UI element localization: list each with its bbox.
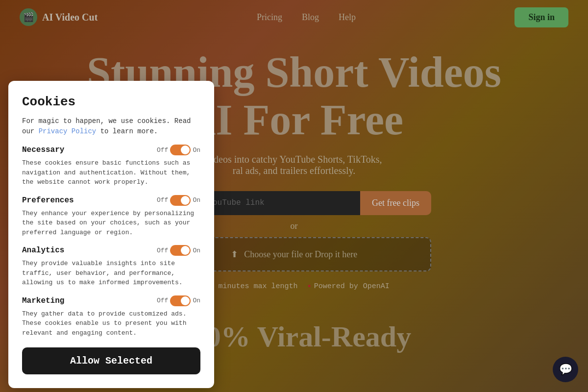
- necessary-off-label: Off: [157, 147, 168, 154]
- analytics-title: Analytics: [22, 246, 64, 255]
- cookie-section-necessary: Necessary Off On These cookies ensure ba…: [22, 145, 200, 187]
- analytics-toggle-area: Off On: [157, 245, 200, 256]
- marketing-on-label: On: [193, 297, 200, 304]
- preferences-desc: They enhance your experience by personal…: [22, 209, 200, 238]
- cookie-title: Cookies: [22, 95, 200, 109]
- cookie-section-marketing: Marketing Off On They gather data to pro…: [22, 295, 200, 338]
- cookie-modal: Cookies For magic to happen, we use cook…: [8, 81, 214, 388]
- analytics-desc: They provide valuable insights into site…: [22, 259, 200, 288]
- privacy-policy-link[interactable]: Privacy Policy: [39, 127, 100, 135]
- analytics-on-label: On: [193, 247, 200, 254]
- chat-icon: 💬: [559, 363, 572, 376]
- necessary-on-label: On: [193, 147, 200, 154]
- analytics-off-label: Off: [157, 247, 168, 254]
- preferences-on-label: On: [193, 196, 200, 204]
- necessary-toggle-area: Off On: [157, 145, 200, 155]
- chat-bubble[interactable]: 💬: [553, 357, 578, 382]
- cookie-section-marketing-header: Marketing Off On: [22, 295, 200, 306]
- marketing-toggle-area: Off On: [157, 295, 200, 306]
- necessary-desc: These cookies ensure basic functions suc…: [22, 158, 200, 187]
- marketing-off-label: Off: [157, 297, 168, 304]
- cookie-intro: For magic to happen, we use cookies. Rea…: [22, 116, 200, 137]
- privacy-link-text: Privacy Policy: [39, 127, 97, 135]
- analytics-toggle[interactable]: [170, 245, 191, 256]
- preferences-off-label: Off: [157, 196, 168, 204]
- cookie-section-preferences-header: Preferences Off On: [22, 195, 200, 206]
- cookie-section-analytics: Analytics Off On They provide valuable i…: [22, 245, 200, 288]
- allow-selected-button[interactable]: Allow Selected: [22, 347, 200, 374]
- necessary-toggle[interactable]: [170, 145, 191, 155]
- preferences-title: Preferences: [22, 196, 74, 205]
- preferences-toggle[interactable]: [170, 195, 191, 206]
- marketing-title: Marketing: [22, 296, 64, 305]
- preferences-toggle-area: Off On: [157, 195, 200, 206]
- cookie-section-preferences: Preferences Off On They enhance your exp…: [22, 195, 200, 238]
- marketing-toggle[interactable]: [170, 295, 191, 306]
- cookie-section-necessary-header: Necessary Off On: [22, 145, 200, 155]
- cookie-intro-end: to learn more.: [100, 127, 158, 135]
- cookie-section-analytics-header: Analytics Off On: [22, 245, 200, 256]
- marketing-desc: They gather data to provide customized a…: [22, 309, 200, 338]
- necessary-title: Necessary: [22, 146, 64, 154]
